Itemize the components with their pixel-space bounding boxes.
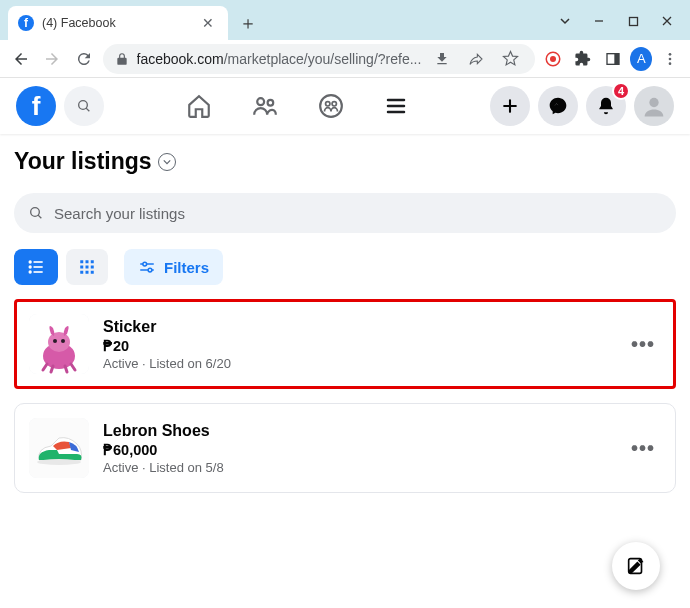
profile-avatar[interactable]: A xyxy=(630,47,652,71)
back-button[interactable] xyxy=(8,45,34,73)
svg-rect-35 xyxy=(86,271,89,274)
facebook-header: f 4 xyxy=(0,78,690,134)
listing-more-button[interactable]: ••• xyxy=(625,437,661,460)
svg-point-14 xyxy=(326,102,330,106)
record-icon[interactable] xyxy=(541,46,565,72)
install-icon[interactable] xyxy=(429,46,455,72)
bookmark-star-icon[interactable] xyxy=(497,46,523,72)
url-text: facebook.com/marketplace/you/selling/?re… xyxy=(137,51,422,67)
lock-icon xyxy=(115,52,129,66)
listing-item[interactable]: Lebron Shoes ₱60,000 Active · Listed on … xyxy=(14,403,676,493)
svg-point-43 xyxy=(48,332,70,352)
magnify-icon xyxy=(28,205,44,221)
avatar-icon xyxy=(640,92,668,120)
groups-nav-icon[interactable] xyxy=(318,93,344,119)
search-listings-input[interactable]: Search your listings xyxy=(14,193,676,233)
address-bar[interactable]: facebook.com/marketplace/you/selling/?re… xyxy=(103,44,536,74)
svg-line-10 xyxy=(86,108,89,111)
view-controls: Filters xyxy=(14,249,676,285)
browser-toolbar: facebook.com/marketplace/you/selling/?re… xyxy=(0,40,690,78)
svg-rect-27 xyxy=(34,271,43,273)
listing-title: Sticker xyxy=(103,318,611,336)
listing-price: ₱20 xyxy=(103,338,611,354)
chevron-down-icon[interactable] xyxy=(550,10,580,32)
friends-nav-icon[interactable] xyxy=(252,93,278,119)
close-window-button[interactable] xyxy=(652,10,682,32)
magnify-icon xyxy=(76,98,92,114)
create-button[interactable] xyxy=(490,86,530,126)
listing-item[interactable]: Sticker ₱20 Active · Listed on 6/20 ••• xyxy=(14,299,676,389)
svg-point-22 xyxy=(29,260,32,263)
facebook-center-nav xyxy=(112,93,482,119)
page-content: Your listings Search your listings Filte… xyxy=(0,134,690,493)
svg-point-11 xyxy=(257,98,264,105)
forward-button[interactable] xyxy=(40,45,66,73)
plus-icon xyxy=(500,96,520,116)
svg-point-8 xyxy=(669,62,672,65)
svg-point-45 xyxy=(61,339,65,343)
edit-icon xyxy=(625,555,647,577)
list-view-button[interactable] xyxy=(14,249,58,285)
search-button[interactable] xyxy=(64,86,104,126)
list-icon xyxy=(26,257,46,277)
grid-icon xyxy=(78,258,96,276)
extensions-icon[interactable] xyxy=(571,46,595,72)
new-tab-button[interactable]: ＋ xyxy=(234,9,262,37)
listing-status: Active · Listed on 6/20 xyxy=(103,356,611,371)
svg-rect-32 xyxy=(86,266,89,269)
listing-info: Sticker ₱20 Active · Listed on 6/20 xyxy=(103,318,611,371)
svg-point-15 xyxy=(332,102,336,106)
svg-point-9 xyxy=(79,101,88,110)
svg-rect-23 xyxy=(34,261,43,263)
svg-point-26 xyxy=(29,270,32,273)
sliders-icon xyxy=(138,258,156,276)
search-placeholder: Search your listings xyxy=(54,205,185,222)
page-title: Your listings xyxy=(14,148,676,175)
side-panel-icon[interactable] xyxy=(601,46,625,72)
svg-point-6 xyxy=(669,53,672,56)
close-tab-button[interactable]: ✕ xyxy=(198,15,218,31)
browser-tab-strip: f (4) Facebook ✕ ＋ xyxy=(0,0,690,40)
notifications-button[interactable]: 4 xyxy=(586,86,626,126)
facebook-right-nav: 4 xyxy=(490,86,674,126)
filters-label: Filters xyxy=(164,259,209,276)
browser-tab[interactable]: f (4) Facebook ✕ xyxy=(8,6,228,40)
svg-rect-31 xyxy=(80,266,83,269)
svg-rect-5 xyxy=(614,53,619,64)
facebook-logo[interactable]: f xyxy=(16,86,56,126)
home-nav-icon[interactable] xyxy=(186,93,212,119)
listing-thumbnail xyxy=(29,418,89,478)
svg-point-38 xyxy=(143,262,147,266)
svg-point-24 xyxy=(29,265,32,268)
svg-rect-1 xyxy=(629,17,637,25)
bell-icon xyxy=(596,96,616,116)
svg-point-20 xyxy=(31,208,40,217)
svg-point-7 xyxy=(669,57,672,60)
maximize-button[interactable] xyxy=(618,10,648,32)
messenger-icon xyxy=(548,96,568,116)
filters-button[interactable]: Filters xyxy=(124,249,223,285)
menu-nav-icon[interactable] xyxy=(384,93,408,119)
account-button[interactable] xyxy=(634,86,674,126)
minimize-button[interactable] xyxy=(584,10,614,32)
listing-thumbnail xyxy=(29,314,89,374)
reload-button[interactable] xyxy=(71,45,97,73)
listing-price: ₱60,000 xyxy=(103,442,611,458)
svg-rect-34 xyxy=(80,271,83,274)
title-dropdown-icon[interactable] xyxy=(158,153,176,171)
messenger-button[interactable] xyxy=(538,86,578,126)
listing-more-button[interactable]: ••• xyxy=(625,333,661,356)
share-icon[interactable] xyxy=(463,46,489,72)
compose-fab[interactable] xyxy=(612,542,660,590)
svg-point-12 xyxy=(268,100,274,106)
page-title-text: Your listings xyxy=(14,148,152,175)
chrome-menu-icon[interactable] xyxy=(658,46,682,72)
listing-title: Lebron Shoes xyxy=(103,422,611,440)
grid-view-button[interactable] xyxy=(66,249,108,285)
svg-rect-36 xyxy=(91,271,94,274)
window-controls xyxy=(550,10,690,40)
svg-point-19 xyxy=(649,98,658,107)
svg-rect-30 xyxy=(91,260,94,263)
facebook-favicon: f xyxy=(18,15,34,31)
listing-status: Active · Listed on 5/8 xyxy=(103,460,611,475)
